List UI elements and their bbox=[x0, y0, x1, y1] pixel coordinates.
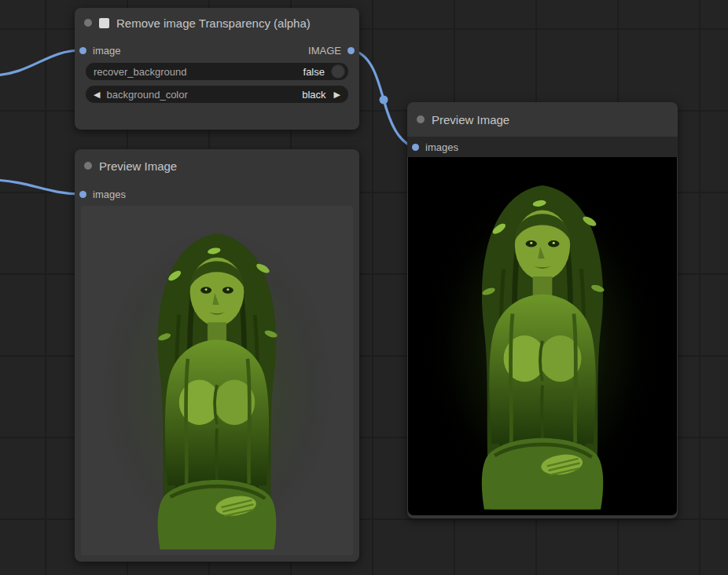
node-square-icon bbox=[99, 18, 109, 28]
widget-name: recover_background bbox=[94, 66, 303, 78]
node-title-bar[interactable]: Preview Image bbox=[75, 149, 359, 182]
widget-name: background_color bbox=[106, 89, 302, 101]
node-title: Remove image Transparency (alpha) bbox=[116, 16, 311, 30]
collapse-dot-icon[interactable] bbox=[417, 115, 425, 123]
node-title: Preview Image bbox=[99, 159, 177, 173]
moss-woman-artwork bbox=[81, 206, 353, 555]
node-graph-canvas[interactable]: Remove image Transparency (alpha) image … bbox=[0, 0, 728, 575]
collapse-dot-icon[interactable] bbox=[84, 19, 92, 27]
widget-recover-background[interactable]: recover_background false bbox=[86, 63, 348, 80]
output-slot-image-icon[interactable] bbox=[347, 47, 355, 54]
combo-right-arrow-icon[interactable]: ▶ bbox=[334, 90, 340, 99]
input-slot-label: images bbox=[93, 189, 126, 200]
link-wire-output-to-right-preview[interactable] bbox=[353, 50, 414, 147]
moss-woman-artwork bbox=[408, 157, 677, 515]
output-slot-label: IMAGE bbox=[308, 45, 341, 57]
widget-value: black bbox=[302, 89, 325, 101]
collapse-dot-icon[interactable] bbox=[84, 162, 92, 170]
combo-left-arrow-icon[interactable]: ◀ bbox=[94, 90, 100, 99]
link-wire-to-left-preview-input[interactable] bbox=[0, 180, 81, 194]
toggle-knob-icon[interactable] bbox=[331, 64, 345, 79]
node-preview-image-right[interactable]: Preview Image images bbox=[407, 102, 678, 518]
input-slot-label: images bbox=[425, 141, 458, 153]
input-slot-images-icon[interactable] bbox=[79, 191, 86, 198]
widget-list: recover_background false ◀ background_co… bbox=[75, 63, 359, 108]
input-slot-label: image bbox=[93, 45, 120, 57]
input-slot-image-icon[interactable] bbox=[79, 47, 86, 54]
link-wire-to-image-input[interactable] bbox=[0, 50, 81, 75]
preview-image-right bbox=[408, 157, 677, 515]
node-title: Preview Image bbox=[432, 113, 509, 126]
widget-background-color[interactable]: ◀ background_color black ▶ bbox=[86, 86, 348, 103]
node-remove-image-transparency[interactable]: Remove image Transparency (alpha) image … bbox=[75, 8, 359, 130]
node-title-bar[interactable]: Remove image Transparency (alpha) bbox=[75, 8, 359, 38]
node-preview-image-left[interactable]: Preview Image images bbox=[75, 149, 359, 562]
preview-image-left bbox=[81, 206, 353, 555]
node-title-bar[interactable]: Preview Image bbox=[407, 102, 678, 137]
widget-value: false bbox=[303, 66, 325, 78]
input-slot-images-icon[interactable] bbox=[412, 144, 419, 151]
